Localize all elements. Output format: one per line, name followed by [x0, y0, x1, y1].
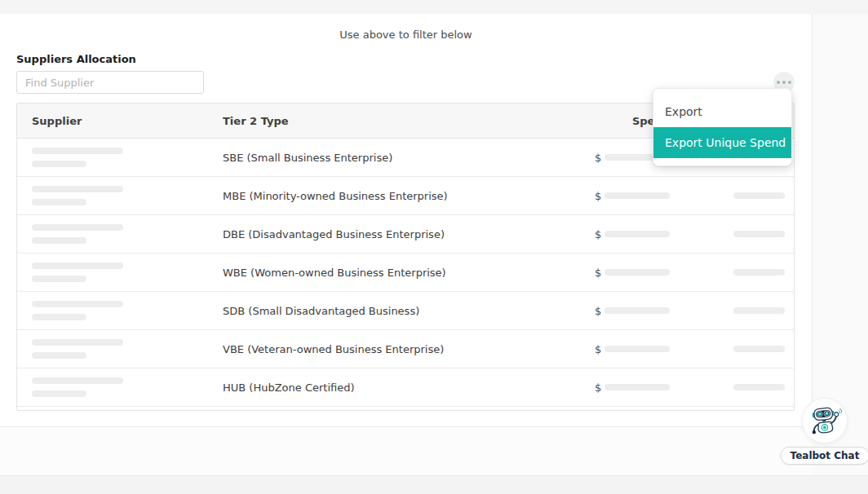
spend-cell: $: [595, 382, 690, 394]
page-title: Suppliers Allocation: [16, 53, 136, 65]
spend-cell: $: [595, 190, 690, 202]
tier2-type-cell: SBE (Small Business Enterprise): [223, 152, 595, 164]
currency-symbol: $: [595, 152, 601, 164]
extra-cell: [690, 231, 794, 237]
tier2-type-cell: DBE (Disadvantaged Business Enterprise): [223, 228, 595, 240]
column-header-tier2-type: Tier 2 Type: [223, 115, 595, 127]
currency-symbol: $: [595, 267, 601, 279]
skeleton-bar: [32, 224, 123, 231]
supplier-name-placeholder: [17, 148, 223, 167]
extra-value-placeholder: [733, 269, 785, 276]
supplier-name-placeholder: [17, 262, 223, 282]
skeleton-bar: [32, 199, 86, 205]
extra-cell: [690, 269, 794, 276]
lower-area: [0, 427, 813, 475]
skeleton-bar: [32, 314, 86, 320]
supplier-name-placeholder: [17, 301, 223, 320]
currency-symbol: $: [595, 343, 601, 355]
tealbot-chat-label[interactable]: Tealbot Chat: [781, 447, 868, 465]
menu-item-export[interactable]: Export: [653, 96, 791, 127]
skeleton-bar: [32, 301, 123, 307]
skeleton-bar: [32, 186, 123, 192]
spend-value-placeholder: [604, 346, 670, 352]
table-row: DBE (Disadvantaged Business Enterprise)$: [17, 215, 794, 254]
table-row: HUB (HubZone Certified)$: [17, 368, 794, 407]
extra-value-placeholder: [733, 192, 785, 199]
tealbot-chat-button[interactable]: [803, 399, 847, 443]
extra-cell: [690, 346, 794, 352]
spend-value-placeholder: [604, 231, 670, 237]
skeleton-bar: [32, 352, 86, 359]
spend-value-placeholder: [604, 384, 670, 390]
tealbot-robot-icon: [806, 402, 844, 439]
extra-cell: [690, 384, 794, 390]
skeleton-bar: [32, 390, 86, 397]
skeleton-bar: [32, 148, 123, 154]
currency-symbol: $: [595, 382, 601, 394]
top-bar: [0, 0, 868, 14]
spend-cell: $: [595, 267, 690, 279]
ellipsis-icon: [777, 81, 780, 84]
skeleton-bar: [32, 161, 86, 167]
extra-value-placeholder: [733, 384, 785, 390]
skeleton-bar: [32, 377, 123, 384]
table-body: SBE (Small Business Enterprise)$MBE (Min…: [17, 139, 794, 407]
spend-cell: $: [595, 305, 690, 317]
footer-bar: [0, 475, 868, 494]
tier2-type-cell: HUB (HubZone Certified): [223, 382, 595, 394]
tier2-type-cell: VBE (Veteran-owned Business Enterprise): [223, 343, 595, 355]
currency-symbol: $: [595, 190, 601, 202]
extra-cell: [690, 192, 794, 199]
tier2-type-cell: WBE (Women-owned Business Enterprise): [223, 267, 595, 279]
extra-value-placeholder: [733, 231, 785, 237]
spend-cell: $: [595, 343, 690, 355]
column-header-supplier: Supplier: [17, 115, 223, 127]
table-row: VBE (Veteran-owned Business Enterprise)$: [17, 330, 794, 368]
export-dropdown-menu: Export Export Unique Spend: [653, 88, 792, 166]
extra-cell: [690, 307, 794, 314]
tier2-type-cell: SDB (Small Disadvantaged Business): [223, 305, 595, 317]
spend-value-placeholder: [604, 269, 670, 276]
supplier-name-placeholder: [17, 377, 223, 397]
spend-cell: $: [595, 228, 690, 240]
skeleton-bar: [32, 237, 86, 244]
menu-item-export-unique-spend[interactable]: Export Unique Spend: [653, 127, 791, 158]
spend-value-placeholder: [604, 192, 670, 199]
tier2-type-cell: MBE (Minority-owned Business Enterprise): [223, 190, 595, 202]
currency-symbol: $: [595, 228, 601, 240]
filter-hint-text: Use above to filter below: [0, 29, 812, 41]
table-row: MBE (Minority-owned Business Enterprise)…: [17, 177, 794, 215]
extra-value-placeholder: [733, 346, 785, 352]
main-panel: Use above to filter below Suppliers Allo…: [0, 14, 813, 427]
skeleton-bar: [32, 262, 123, 269]
table-row: SDB (Small Disadvantaged Business)$: [17, 292, 794, 330]
spend-value-placeholder: [604, 307, 670, 314]
skeleton-bar: [32, 339, 123, 346]
supplier-name-placeholder: [17, 224, 223, 244]
currency-symbol: $: [595, 305, 601, 317]
skeleton-bar: [32, 276, 86, 282]
table-row: WBE (Women-owned Business Enterprise)$: [17, 254, 794, 292]
supplier-name-placeholder: [17, 339, 223, 359]
supplier-name-placeholder: [17, 186, 223, 205]
find-supplier-input[interactable]: [16, 71, 204, 94]
extra-value-placeholder: [733, 307, 785, 314]
